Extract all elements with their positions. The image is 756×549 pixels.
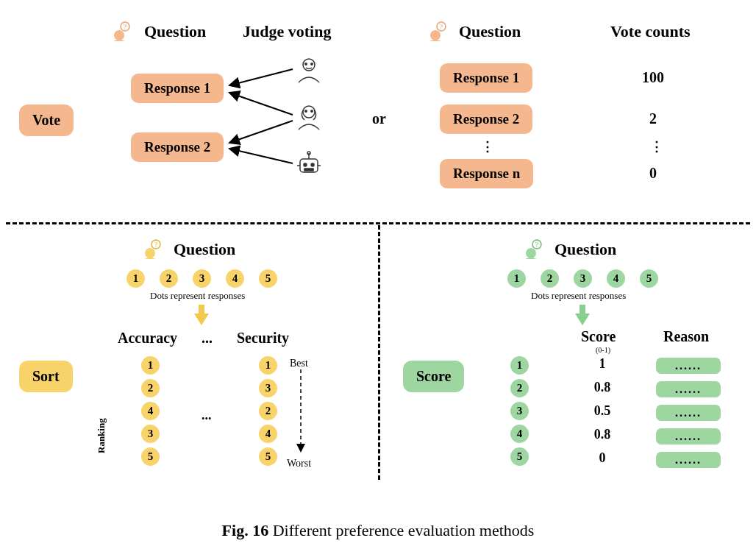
thinker-icon: ? (425, 19, 449, 43)
svg-text:?: ? (154, 241, 158, 249)
rank-item: 5 (141, 447, 160, 466)
response-dot: 5 (640, 269, 658, 288)
arrow-down-icon (193, 305, 210, 325)
score-value: 1 (584, 356, 621, 372)
score-value: 0.8 (584, 380, 621, 395)
vote-response-n: Response 1 (440, 63, 532, 93)
reason-col-heading: Reason (663, 328, 709, 345)
security-heading: Security (237, 330, 289, 347)
response-dot: 5 (259, 269, 277, 288)
or-label: or (372, 110, 386, 127)
score-value: 0 (584, 450, 621, 466)
score-responses-row: 1 2 3 4 5 (507, 269, 658, 288)
accuracy-ranking: 1 2 4 3 5 (141, 356, 160, 466)
svg-point-28 (526, 248, 536, 258)
response-dot: 1 (126, 269, 145, 288)
score-items-col: 1 2 3 4 5 (510, 356, 529, 466)
vote-arrows (0, 0, 382, 221)
response-dot: 2 (541, 269, 559, 288)
ranking-axis-label: Ranking (96, 418, 107, 453)
figure-label: Fig. 16 (222, 521, 269, 539)
score-item: 5 (510, 447, 529, 466)
score-col-heading: Score (581, 328, 616, 345)
vertical-divider (378, 225, 380, 480)
reason-placeholder: ...... (656, 452, 721, 468)
response-dot: 3 (193, 269, 211, 288)
response-dot: 1 (507, 269, 526, 288)
dots-note: Dots represent responses (531, 290, 626, 302)
best-label: Best (290, 358, 308, 369)
svg-text:?: ? (535, 241, 539, 249)
question-heading-3: Question (174, 240, 235, 259)
vote-response-n: Response 2 (440, 105, 532, 134)
score-item: 3 (510, 402, 529, 420)
security-ranking: 1 3 2 4 5 (259, 356, 277, 466)
svg-line-17 (229, 69, 293, 85)
svg-line-18 (229, 93, 293, 115)
reason-placeholder: ...... (656, 428, 721, 444)
rank-item: 3 (141, 425, 160, 443)
sort-responses-row: 1 2 3 4 5 (126, 269, 277, 288)
rank-item: 2 (259, 402, 277, 420)
response-dot: 3 (574, 269, 592, 288)
response-dot: 4 (607, 269, 625, 288)
svg-point-24 (145, 248, 155, 258)
svg-point-21 (430, 30, 441, 40)
score-value: 0.5 (584, 403, 621, 419)
arrow-down-icon (574, 305, 591, 325)
rank-item: 1 (259, 356, 277, 375)
dots-note: Dots represent responses (150, 290, 245, 302)
figure-text: Different preference evaluation methods (273, 521, 535, 539)
vote-response-n: Response n (440, 159, 533, 188)
svg-text:?: ? (440, 23, 443, 31)
svg-line-20 (229, 149, 293, 163)
sort-badge: Sort (19, 361, 73, 392)
score-badge: Score (403, 361, 464, 392)
score-item: 4 (510, 425, 529, 443)
vote-count: 0 (631, 165, 675, 182)
reason-placeholder: ...... (656, 405, 721, 421)
rank-item: 1 (141, 356, 160, 375)
reason-placeholder: ...... (656, 381, 721, 397)
score-range: (0-1) (590, 346, 616, 354)
vdots-icon: ⋮ (481, 138, 496, 155)
thinker-icon: ? (521, 237, 544, 261)
figure-caption: Fig. 16 Different preference evaluation … (0, 517, 756, 540)
svg-line-19 (229, 121, 293, 143)
worst-label: Worst (287, 458, 311, 470)
score-item: 2 (510, 379, 529, 397)
question-heading-2: Question (459, 22, 521, 41)
score-item: 1 (510, 356, 529, 375)
vote-count: 2 (631, 110, 675, 127)
rank-item: 3 (259, 379, 277, 397)
vote-count: 100 (631, 69, 675, 86)
thinker-icon: ? (140, 237, 163, 261)
ellipsis: ... (202, 408, 212, 423)
horizontal-divider (6, 222, 750, 224)
response-dot: 4 (226, 269, 244, 288)
accuracy-heading: Accuracy (118, 330, 177, 347)
rank-item: 2 (141, 379, 160, 397)
rank-item: 4 (141, 402, 160, 420)
response-dot: 2 (160, 269, 178, 288)
best-to-worst-arrow (296, 369, 310, 456)
vote-counts-heading: Vote counts (610, 22, 691, 41)
score-value: 0.8 (584, 427, 621, 442)
question-heading-4: Question (554, 240, 616, 259)
diagram-root: Vote Sort Score ? Question Judge voting … (0, 0, 756, 517)
vdots-icon: ⋮ (650, 138, 665, 155)
ellipsis: ... (202, 330, 213, 347)
reason-placeholder: ...... (656, 358, 721, 374)
rank-item: 4 (259, 425, 277, 443)
rank-item: 5 (259, 447, 277, 466)
